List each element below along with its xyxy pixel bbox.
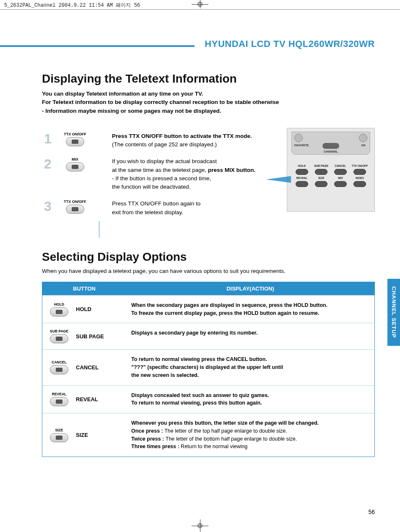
table-row: REVEAL REVEAL Displays concealed text su…	[42, 385, 374, 413]
step-button-col: MIX	[60, 157, 90, 171]
step-text-rest: (The contents of page 252 are displayed.…	[112, 141, 217, 148]
button-label: TTX ON/OFF	[64, 132, 86, 136]
th-button: BUTTON	[42, 282, 126, 295]
section-head: HYUNDAI LCD TV HQL260WR/320WR	[42, 34, 375, 60]
remote-btn-label: CANCEL	[332, 164, 349, 167]
size-line-r: Return to the normal viewing	[181, 444, 247, 449]
button-label: TTX ON/OFF	[64, 200, 86, 204]
size-line-b: Once press :	[131, 428, 164, 434]
step-number: 2	[42, 157, 54, 171]
print-header: 5_2632PAL_Channel 2004.9.22 11:54 AM 페이지…	[4, 2, 140, 9]
options-intro: When you have displayed a teletext page,…	[42, 268, 375, 274]
intro-line: You can display Teletext information at …	[42, 90, 375, 98]
remote-btn-label: SIZE	[313, 176, 330, 179]
table-header: BUTTON DISPLAY(ACTION)	[42, 282, 374, 295]
remote-button-icon	[66, 137, 84, 146]
remote-btn-label: HOLD	[294, 164, 310, 167]
step-text: If you wish to display the actual broadc…	[112, 157, 255, 191]
remote-button-icon	[50, 307, 68, 317]
button-label: MIX	[72, 157, 78, 161]
option-name: HOLD	[76, 306, 91, 312]
remote-btn-label: REVEAL	[294, 176, 310, 179]
step-text: Press TTX ON/OFF button to activate the …	[112, 132, 252, 149]
icon-label: SUB PAGE	[50, 329, 68, 333]
remote-button-icon	[50, 433, 68, 442]
heading-teletext: Displaying the Teletext Information	[42, 72, 375, 86]
icon-label: HOLD	[54, 302, 64, 306]
option-name: SUB PAGE	[76, 333, 104, 340]
table-row: SUB PAGE SUB PAGE Displays a secondary p…	[42, 323, 374, 349]
size-line-r: The letter of the bottom half page enlar…	[166, 436, 297, 442]
remote-button-icon	[66, 205, 84, 214]
step-row: 2 MIX If you wish to display the actual …	[42, 153, 287, 195]
option-name: SIZE	[76, 432, 88, 438]
step-number: 3	[42, 200, 54, 213]
intro-text: You can display Teletext information at …	[42, 90, 375, 115]
remote-label-ok: OK	[361, 144, 366, 147]
remote-label-channel: CHANNEL	[324, 150, 338, 153]
remote-button-icon	[66, 162, 84, 171]
step-text-bold: press MIX button.	[208, 167, 255, 173]
option-action: When the secondary pages are displayed i…	[126, 296, 374, 323]
step-text-bold: Press TTX ON/OFF button to activate the …	[112, 133, 252, 139]
options-table: BUTTON DISPLAY(ACTION) HOLD HOLD When th…	[42, 282, 375, 457]
icon-label: REVEAL	[52, 392, 66, 396]
remote-btn-label: MIX	[332, 176, 349, 179]
crop-mark-top	[192, 0, 208, 8]
callout-arrow	[266, 176, 291, 183]
remote-btn-label: INDEX	[351, 176, 368, 179]
size-line-r: The letter of the top half page enlarge …	[164, 428, 287, 434]
step-row: 3 TTX ON/OFF Press TTX ON/OFF button aga…	[42, 195, 287, 221]
option-action: To return to normal viewing press the CA…	[126, 350, 374, 385]
heading-options: Selecting Display Options	[42, 250, 375, 264]
table-row: CANCEL CANCEL To return to normal viewin…	[42, 349, 374, 385]
option-name: CANCEL	[76, 364, 99, 371]
icon-label: CANCEL	[52, 360, 66, 364]
step-button-col: TTX ON/OFF	[60, 200, 90, 214]
intro-line: For Teletext information to be display c…	[42, 98, 375, 106]
table-row: SIZE SIZE Whenever you press this button…	[42, 413, 374, 457]
table-row: HOLD HOLD When the secondary pages are d…	[42, 295, 374, 323]
page-content: HYUNDAI LCD TV HQL260WR/320WR Displaying…	[0, 9, 400, 523]
th-action: DISPLAY(ACTION)	[126, 282, 374, 295]
step-row: 1 TTX ON/OFF Press TTX ON/OFF button to …	[42, 128, 287, 153]
intro-line: - Information maybe missing or some page…	[42, 107, 375, 115]
step-text-pre: If you wish to display the actual broadc…	[112, 158, 217, 173]
option-action: Displays a secondary page by entering it…	[126, 323, 374, 349]
blue-bar	[0, 45, 195, 47]
page-number: 56	[368, 509, 375, 515]
remote-label-favorite: FAVORITE	[294, 144, 309, 147]
step-text: Press TTX ON/OFF button again to exit fr…	[112, 200, 200, 217]
option-name: REVEAL	[76, 396, 98, 402]
crop-mark-bottom	[192, 519, 208, 532]
remote-button-icon	[50, 397, 68, 406]
side-tab: CHANNEL SETUP	[387, 279, 400, 346]
steps-block: 1 TTX ON/OFF Press TTX ON/OFF button to …	[42, 128, 375, 221]
remote-btn-label: SUB PAGE	[313, 164, 330, 167]
size-line-b: Three times press :	[131, 444, 181, 449]
option-action: Whenever you press this button, the lett…	[126, 413, 374, 457]
remote-button-icon	[50, 334, 68, 343]
vertical-line	[99, 221, 99, 238]
step-button-col: TTX ON/OFF	[60, 132, 90, 146]
remote-image: FAVORITE OK CHANNEL HOLD SUB PAGE CANCEL…	[287, 128, 375, 221]
size-line-b: Twice press :	[131, 436, 166, 442]
option-action: Displays concealed text such as answer t…	[126, 386, 374, 413]
step-text-after: - If the button is pressed a second time…	[112, 175, 211, 190]
icon-label: SIZE	[55, 428, 63, 432]
step-number: 1	[42, 132, 54, 145]
size-line: Whenever you press this button, the lett…	[131, 420, 319, 426]
section-title: HYUNDAI LCD TV HQL260WR/320WR	[205, 39, 375, 49]
remote-button-icon	[50, 365, 68, 374]
remote-btn-label: TTX ON/OFF	[351, 164, 368, 167]
